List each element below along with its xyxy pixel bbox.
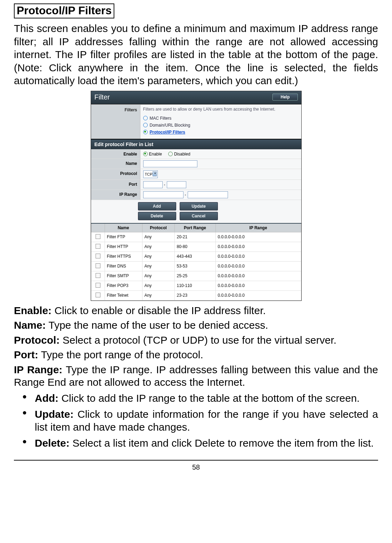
cell-portrange: 25-25 xyxy=(174,271,215,281)
th-iprange: IP Range xyxy=(215,223,301,232)
port-to-input[interactable] xyxy=(167,181,186,188)
radio-domain-label: Domain/URL Blocking xyxy=(150,123,190,128)
row-checkbox[interactable] xyxy=(96,254,100,258)
delete-button[interactable]: Delete xyxy=(138,212,176,220)
table-row[interactable]: Filter TelnetAny23-230.0.0.0-0.0.0.0 xyxy=(91,290,301,300)
cell-portrange: 53-53 xyxy=(174,261,215,271)
cell-portrange: 443-443 xyxy=(174,251,215,261)
name-label: Name xyxy=(91,159,140,169)
radio-enable-label: Enable xyxy=(149,152,162,157)
table-row[interactable]: Filter HTTPAny80-800.0.0.0-0.0.0.0 xyxy=(91,242,301,251)
cell-name: Filter SMTP xyxy=(105,271,142,281)
cell-protocol: Any xyxy=(142,290,174,300)
protocol-label: Protocol xyxy=(91,169,140,179)
cell-iprange: 0.0.0.0-0.0.0.0 xyxy=(215,281,301,290)
filter-list-table: Name Protocol Port Range IP Range Filter… xyxy=(91,223,301,301)
iprange-label: IP Range xyxy=(91,190,140,200)
cell-iprange: 0.0.0.0-0.0.0.0 xyxy=(215,271,301,281)
filters-row-label: Filters xyxy=(91,105,140,139)
cell-portrange: 23-23 xyxy=(174,290,215,300)
th-checkbox xyxy=(91,223,105,232)
row-checkbox[interactable] xyxy=(96,234,100,239)
section-title: Protocol/IP Filters xyxy=(14,3,114,18)
cell-name: Filter HTTP xyxy=(105,242,142,251)
def-name-t: Type the name of the user to be denied a… xyxy=(46,319,268,331)
table-row[interactable]: Filter SMTPAny25-250.0.0.0-0.0.0.0 xyxy=(91,271,301,281)
def-protocol-t: Select a protocol (TCP or UDP) to use fo… xyxy=(60,334,336,346)
cell-iprange: 0.0.0.0-0.0.0.0 xyxy=(215,232,301,242)
bullet-add-t: Click to add the IP range to the table a… xyxy=(58,392,360,404)
bullet-delete-t: Select a list item and click Delete to r… xyxy=(70,437,374,449)
ip-from-input[interactable] xyxy=(143,191,183,198)
cell-iprange: 0.0.0.0-0.0.0.0 xyxy=(215,242,301,251)
def-protocol-l: Protocol: xyxy=(14,334,60,346)
panel-title: Filter xyxy=(95,93,110,101)
cell-name: Filter HTTPS xyxy=(105,251,142,261)
cell-protocol: Any xyxy=(142,251,174,261)
embedded-screenshot: Filter Help Filters Filters are used to … xyxy=(91,91,302,301)
cell-iprange: 0.0.0.0-0.0.0.0 xyxy=(215,251,301,261)
cell-portrange: 110-110 xyxy=(174,281,215,290)
port-dash: - xyxy=(164,182,165,187)
bullet-add-l: Add: xyxy=(35,392,58,404)
def-enable-l: Enable: xyxy=(14,305,51,316)
radio-domain-blocking[interactable] xyxy=(143,123,148,127)
radio-protocol-filters[interactable] xyxy=(143,130,148,134)
cell-protocol: Any xyxy=(142,242,174,251)
table-row[interactable]: Filter DNSAny53-530.0.0.0-0.0.0.0 xyxy=(91,261,301,271)
th-name: Name xyxy=(105,223,142,232)
ip-dash: - xyxy=(185,192,186,197)
cell-protocol: Any xyxy=(142,261,174,271)
cell-protocol: Any xyxy=(142,271,174,281)
cell-name: Filter FTP xyxy=(105,232,142,242)
cell-name: Filter POP3 xyxy=(105,281,142,290)
help-button[interactable]: Help xyxy=(272,94,297,101)
edit-subheader: Edit protocol Filter in List xyxy=(91,139,301,149)
th-protocol: Protocol xyxy=(142,223,174,232)
radio-enable[interactable] xyxy=(143,152,148,156)
cancel-button[interactable]: Cancel xyxy=(180,212,218,220)
def-name-l: Name: xyxy=(14,319,46,331)
bullet-delete-l: Delete: xyxy=(35,437,70,449)
def-iprange-l: IP Range: xyxy=(14,364,63,375)
row-checkbox[interactable] xyxy=(96,283,100,288)
cell-protocol: Any xyxy=(142,281,174,290)
port-from-input[interactable] xyxy=(143,181,163,188)
radio-protocol-label[interactable]: Protocol/IP Filters xyxy=(150,130,185,135)
cell-iprange: 0.0.0.0-0.0.0.0 xyxy=(215,290,301,300)
table-row[interactable]: Filter POP3Any110-1100.0.0.0-0.0.0.0 xyxy=(91,281,301,290)
row-checkbox[interactable] xyxy=(96,263,100,268)
add-button[interactable]: Add xyxy=(138,202,176,210)
name-input[interactable] xyxy=(143,160,197,167)
bullet-update-l: Update: xyxy=(35,408,74,420)
enable-label: Enable xyxy=(91,150,140,159)
radio-disabled-label: Disabled xyxy=(174,152,190,157)
ip-to-input[interactable] xyxy=(188,191,228,198)
table-row[interactable]: Filter HTTPSAny443-4430.0.0.0-0.0.0.0 xyxy=(91,251,301,261)
row-checkbox[interactable] xyxy=(96,244,100,249)
intro-paragraph: This screen enables you to define a mini… xyxy=(14,22,378,87)
cell-name: Filter DNS xyxy=(105,261,142,271)
def-port-l: Port: xyxy=(14,349,38,360)
cell-iprange: 0.0.0.0-0.0.0.0 xyxy=(215,261,301,271)
th-portrange: Port Range xyxy=(174,223,215,232)
cell-protocol: Any xyxy=(142,232,174,242)
protocol-select[interactable]: TCP xyxy=(143,170,158,178)
def-iprange-t: Type the IP range. IP addresses falling … xyxy=(14,364,378,388)
radio-disabled[interactable] xyxy=(168,152,173,156)
radio-mac-filters[interactable] xyxy=(143,116,148,120)
port-label: Port xyxy=(91,180,140,190)
table-row[interactable]: Filter FTPAny20-210.0.0.0-0.0.0.0 xyxy=(91,232,301,242)
row-checkbox[interactable] xyxy=(96,293,100,297)
page-number: 58 xyxy=(14,460,378,471)
update-button[interactable]: Update xyxy=(180,202,218,210)
radio-mac-label: MAC Filters xyxy=(150,116,172,121)
cell-portrange: 80-80 xyxy=(174,242,215,251)
bullet-update-t: Click to update information for the rang… xyxy=(35,408,378,433)
cell-portrange: 20-21 xyxy=(174,232,215,242)
def-enable-t: Click to enable or disable the IP addres… xyxy=(51,305,266,316)
cell-name: Filter Telnet xyxy=(105,290,142,300)
filters-description: Filters are used to allow or deny LAN us… xyxy=(143,107,299,112)
row-checkbox[interactable] xyxy=(96,273,100,278)
def-port-t: Type the port range of the protocol. xyxy=(38,349,203,360)
